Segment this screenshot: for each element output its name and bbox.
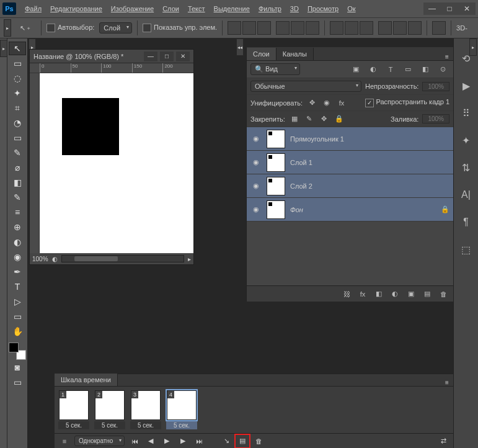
- panels-collapse[interactable]: ◂◂: [236, 38, 244, 56]
- loop-mode-dropdown[interactable]: Однократно: [74, 436, 125, 446]
- tab-layers[interactable]: Слои: [247, 48, 277, 60]
- eraser-tool[interactable]: ✎: [9, 190, 26, 204]
- doc-maximize[interactable]: □: [160, 52, 174, 61]
- dist-top-icon[interactable]: [330, 21, 343, 35]
- frame-duration[interactable]: 5 сек.: [130, 421, 161, 429]
- right-dock-collapse[interactable]: ▸: [469, 38, 477, 56]
- path-select-tool[interactable]: T: [9, 280, 26, 293]
- paragraph-panel-icon[interactable]: ¶: [458, 215, 475, 230]
- first-frame-button[interactable]: ⏮: [128, 436, 141, 447]
- layer-name[interactable]: Прямоугольник 1: [290, 135, 344, 143]
- autoselect-checkbox[interactable]: Автовыбор:: [46, 24, 94, 32]
- menu-text[interactable]: Текст: [184, 2, 209, 15]
- timeline-menu-icon[interactable]: ≡: [58, 436, 71, 447]
- doc-info-icon[interactable]: ◐: [52, 256, 58, 262]
- window-maximize[interactable]: □: [441, 2, 458, 15]
- prev-frame-button[interactable]: ◀: [144, 436, 157, 447]
- filter-type-icon[interactable]: T: [384, 65, 397, 74]
- unify-visibility-icon[interactable]: ◉: [321, 98, 332, 108]
- layer-thumbnail[interactable]: [267, 130, 285, 148]
- window-minimize[interactable]: —: [423, 2, 441, 15]
- adjustment-icon[interactable]: ◐: [389, 289, 401, 299]
- blend-mode-dropdown[interactable]: Обычные: [250, 81, 361, 92]
- unify-style-icon[interactable]: fx: [336, 98, 347, 108]
- menu-file[interactable]: Файл: [21, 2, 45, 15]
- tab-timeline[interactable]: Шкала времени: [55, 374, 118, 386]
- dist-left-icon[interactable]: [378, 21, 392, 35]
- menu-image[interactable]: Изображение: [107, 2, 157, 15]
- patch-tool[interactable]: ▭: [9, 131, 26, 145]
- align-top-icon[interactable]: [228, 21, 241, 35]
- blur-tool[interactable]: ⊕: [9, 220, 26, 234]
- opacity-field[interactable]: 100%: [422, 82, 449, 91]
- layer-thumbnail[interactable]: [267, 177, 285, 195]
- group-icon[interactable]: ▣: [405, 289, 417, 299]
- align-bottom-icon[interactable]: [257, 21, 271, 35]
- stamp-tool[interactable]: ⌀: [9, 161, 26, 174]
- history-brush-tool[interactable]: ◧: [9, 176, 26, 189]
- delete-frame-button[interactable]: 🗑: [252, 436, 265, 447]
- layer-row[interactable]: ◉ Слой 1: [247, 151, 453, 174]
- menu-view[interactable]: Просмотр: [304, 2, 342, 15]
- align-right-icon[interactable]: [306, 21, 319, 35]
- quick-mask-toggle[interactable]: ◙: [9, 361, 26, 374]
- doc-minimize[interactable]: —: [144, 52, 157, 61]
- lock-transparent-icon[interactable]: ▦: [289, 114, 300, 124]
- filter-shape-icon[interactable]: ▭: [401, 65, 415, 74]
- next-frame-button[interactable]: ▶: [177, 436, 189, 447]
- tab-channels[interactable]: Каналы: [277, 48, 314, 60]
- options-collapse[interactable]: ▸: [4, 19, 11, 37]
- frame-duration[interactable]: 5 сек.: [166, 421, 197, 429]
- align-left-icon[interactable]: [276, 21, 290, 35]
- link-layers-icon[interactable]: ⛓: [340, 289, 353, 299]
- auto-align-icon[interactable]: [432, 21, 446, 35]
- mask-icon[interactable]: ◧: [373, 289, 385, 299]
- dist-hcenter-icon[interactable]: [393, 21, 407, 35]
- wand-tool[interactable]: ✦: [9, 86, 26, 100]
- frame-2[interactable]: 25 сек.: [94, 390, 125, 429]
- document-titlebar[interactable]: Название @ 100% (RGB/8) * — □ ✕: [30, 50, 193, 63]
- filter-toggle-switch[interactable]: ⊙: [436, 65, 449, 74]
- duplicate-frame-button[interactable]: ▤: [236, 436, 249, 447]
- frame-1[interactable]: 15 сек.: [58, 390, 89, 429]
- fill-field[interactable]: 100%: [422, 114, 449, 123]
- character-panel-icon[interactable]: A|: [458, 187, 475, 202]
- frame-duration[interactable]: 5 сек.: [58, 421, 89, 429]
- play-button[interactable]: ▶: [161, 436, 173, 447]
- eye-icon[interactable]: ◉: [250, 158, 262, 166]
- zoom-tool[interactable]: ✋: [9, 325, 26, 338]
- scrollbar-horizontal[interactable]: [61, 255, 184, 262]
- pen-tool[interactable]: ◉: [9, 250, 26, 264]
- eyedropper-tool[interactable]: ◔: [9, 116, 26, 130]
- eye-icon[interactable]: ◉: [250, 205, 262, 213]
- layer-row[interactable]: ◉ Прямоугольник 1: [247, 127, 453, 151]
- frame-3[interactable]: 35 сек.: [130, 390, 161, 429]
- dist-bottom-icon[interactable]: [360, 21, 373, 35]
- color-swatches[interactable]: [9, 343, 26, 360]
- ruler-horizontal[interactable]: 0 50 100 150 200: [30, 63, 193, 73]
- align-hcenter-icon[interactable]: [291, 21, 304, 35]
- toolbox-collapse[interactable]: ▸: [0, 40, 7, 57]
- menu-filter[interactable]: Фильтр: [255, 2, 285, 15]
- menu-edit[interactable]: Редактирование: [46, 2, 106, 15]
- align-vcenter-icon[interactable]: [242, 21, 256, 35]
- swatches-panel-icon[interactable]: ⠿: [458, 105, 475, 120]
- convert-timeline-button[interactable]: ⇄: [437, 436, 449, 447]
- layer-row[interactable]: ◉ Фон 🔒: [247, 198, 453, 222]
- foreground-swatch[interactable]: [9, 343, 19, 352]
- menu-3d[interactable]: 3D: [286, 2, 303, 15]
- dist-right-icon[interactable]: [408, 21, 422, 35]
- filter-smart-icon[interactable]: ◧: [418, 65, 432, 74]
- doc-close[interactable]: ✕: [176, 52, 190, 61]
- filter-adjust-icon[interactable]: ◐: [366, 65, 380, 74]
- ruler-vertical[interactable]: [30, 73, 40, 253]
- layer-thumbnail[interactable]: [267, 153, 285, 172]
- delete-layer-icon[interactable]: 🗑: [437, 289, 449, 299]
- layer-name[interactable]: Слой 2: [290, 182, 312, 190]
- new-layer-icon[interactable]: ▤: [421, 289, 433, 299]
- canvas[interactable]: [40, 73, 193, 253]
- show-controls-checkbox[interactable]: Показать упр. элем.: [143, 24, 217, 32]
- crop-tool[interactable]: ⌗: [9, 101, 26, 115]
- layer-thumbnail[interactable]: [267, 200, 285, 219]
- fx-icon[interactable]: fx: [356, 289, 369, 299]
